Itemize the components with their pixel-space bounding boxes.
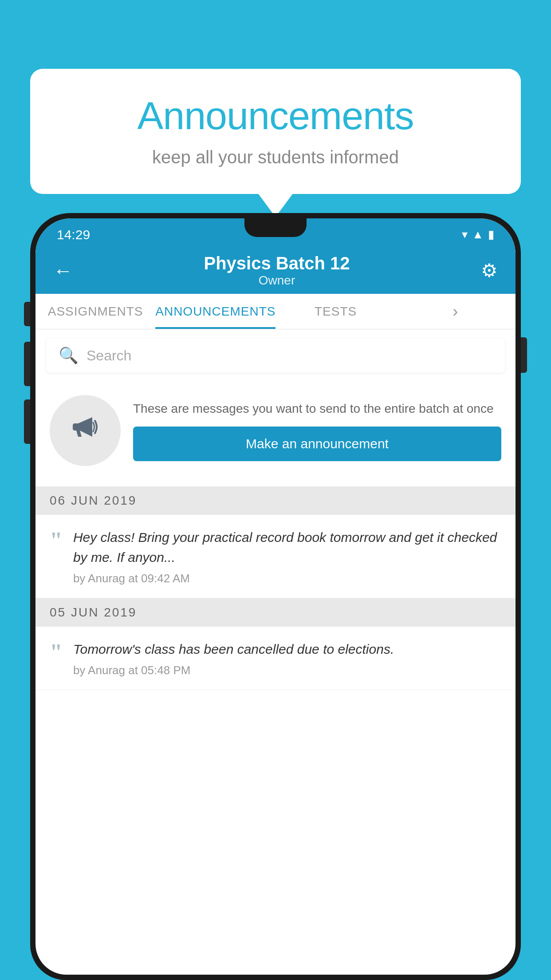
announcement-meta-1: by Anurag at 09:42 AM	[73, 572, 501, 585]
promo-card: These are messages you want to send to t…	[35, 382, 516, 479]
announcement-text-1: Hey class! Bring your practical record b…	[73, 527, 501, 567]
date-separator-1: 06 JUN 2019	[35, 486, 516, 515]
speech-bubble: Announcements keep all your students inf…	[30, 69, 521, 194]
volume-down-button	[24, 399, 30, 444]
phone-screen: 14:29 ▾ ▲ ▮ ← Physics Batch 12 Owner ⚙	[35, 218, 516, 975]
signal-icon: ▲	[472, 228, 484, 241]
phone-notch	[244, 218, 307, 237]
search-icon: 🔍	[59, 346, 79, 365]
phone-outer: 14:29 ▾ ▲ ▮ ← Physics Batch 12 Owner ⚙	[30, 213, 521, 980]
phone-container: 14:29 ▾ ▲ ▮ ← Physics Batch 12 Owner ⚙	[30, 213, 521, 980]
quote-icon-2: "	[50, 641, 63, 664]
quote-icon-1: "	[50, 529, 63, 552]
announcement-item-2[interactable]: " Tomorrow's class has been cancelled du…	[35, 627, 516, 690]
mute-button	[24, 302, 30, 326]
app-bar: ← Physics Batch 12 Owner ⚙	[35, 247, 516, 294]
speech-bubble-container: Announcements keep all your students inf…	[30, 69, 521, 194]
content-area: 🔍 Search	[35, 329, 516, 975]
tab-announcements[interactable]: ANNOUNCEMENTS	[155, 294, 276, 329]
search-placeholder: Search	[87, 348, 131, 364]
announcement-item-1[interactable]: " Hey class! Bring your practical record…	[35, 515, 516, 598]
tabs-container: ASSIGNMENTS ANNOUNCEMENTS TESTS ›	[35, 294, 516, 329]
megaphone-icon	[69, 411, 101, 450]
search-bar[interactable]: 🔍 Search	[46, 338, 505, 373]
announcement-content-2: Tomorrow's class has been cancelled due …	[73, 639, 501, 677]
promo-icon-circle	[50, 395, 121, 466]
tab-more[interactable]: ›	[396, 294, 516, 329]
promo-right: These are messages you want to send to t…	[133, 400, 501, 461]
status-icons: ▾ ▲ ▮	[462, 228, 494, 241]
speech-bubble-title: Announcements	[57, 93, 494, 138]
volume-up-button	[24, 342, 30, 386]
promo-description: These are messages you want to send to t…	[133, 400, 501, 417]
speech-bubble-subtitle: keep all your students informed	[57, 147, 494, 167]
settings-icon[interactable]: ⚙	[481, 260, 498, 281]
power-button	[521, 337, 527, 373]
app-bar-title: Physics Batch 12	[204, 253, 350, 273]
tab-assignments[interactable]: ASSIGNMENTS	[35, 294, 155, 329]
battery-icon: ▮	[488, 228, 494, 241]
app-bar-title-group: Physics Batch 12 Owner	[204, 253, 350, 288]
status-time: 14:29	[57, 227, 90, 242]
announcement-text-2: Tomorrow's class has been cancelled due …	[73, 639, 501, 659]
tab-tests[interactable]: TESTS	[276, 294, 395, 329]
announcement-content-1: Hey class! Bring your practical record b…	[73, 527, 501, 585]
wifi-icon: ▾	[462, 228, 468, 241]
announcement-meta-2: by Anurag at 05:48 PM	[73, 664, 501, 677]
app-bar-subtitle: Owner	[204, 273, 350, 288]
back-button[interactable]: ←	[53, 260, 73, 282]
make-announcement-button[interactable]: Make an announcement	[133, 427, 501, 461]
date-separator-2: 05 JUN 2019	[35, 598, 516, 627]
